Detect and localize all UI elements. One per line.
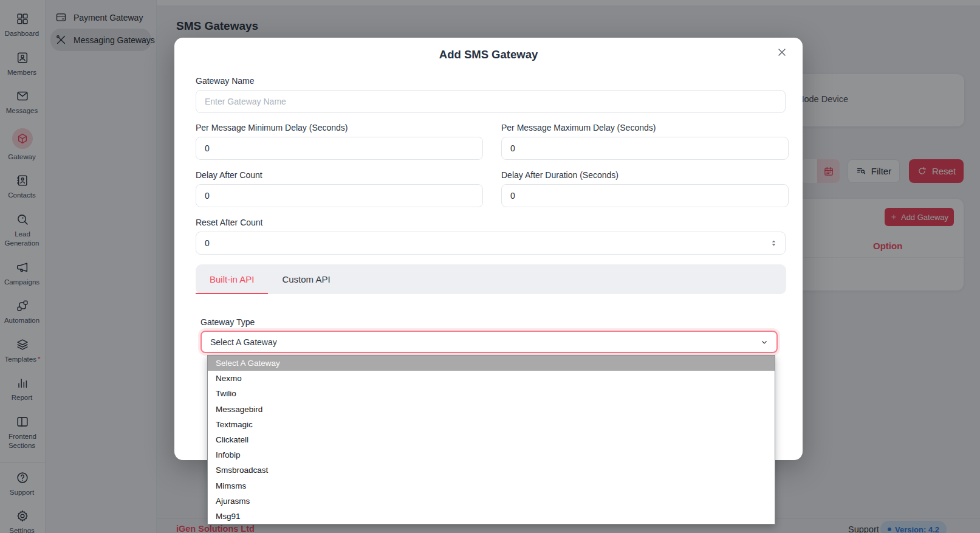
gateway-name-input[interactable] (196, 90, 786, 113)
select-option[interactable]: Msg91 (208, 509, 775, 524)
api-tabs: Built-in APICustom API (196, 264, 786, 294)
select-option[interactable]: Textmagic (208, 417, 775, 432)
delay-after-count-label: Delay After Count (196, 170, 262, 180)
gateway-type-label: Gateway Type (200, 317, 255, 327)
select-option[interactable]: Smsbroadcast (208, 463, 775, 478)
reset-after-count-label: Reset After Count (196, 218, 263, 227)
number-stepper-icon[interactable] (769, 238, 778, 249)
select-option[interactable]: Mimsms (208, 478, 775, 493)
max-delay-input[interactable] (501, 137, 789, 160)
api-tab[interactable]: Custom API (268, 264, 344, 294)
min-delay-input[interactable] (196, 137, 483, 160)
select-option[interactable]: Ajurasms (208, 493, 775, 509)
delay-after-count-input[interactable] (196, 184, 483, 207)
delay-after-duration-input[interactable] (501, 184, 789, 207)
api-tab[interactable]: Built-in API (196, 264, 268, 294)
chevron-down-icon (759, 337, 769, 347)
select-option[interactable]: Twilio (208, 386, 775, 401)
gateway-type-select[interactable]: Select A Gateway (200, 331, 778, 353)
min-delay-label: Per Message Minimum Delay (Seconds) (196, 123, 348, 132)
select-option[interactable]: Clickatell (208, 432, 775, 447)
modal-title: Add SMS Gateway (174, 48, 803, 61)
select-option[interactable]: Nexmo (208, 371, 775, 386)
gateway-type-listbox: Select A GatewayNexmoTwilioMessagebirdTe… (207, 355, 775, 524)
gateway-name-label: Gateway Name (196, 76, 254, 86)
select-option[interactable]: Infobip (208, 447, 775, 463)
delay-after-duration-label: Delay After Duration (Seconds) (501, 170, 618, 180)
select-option[interactable]: Select A Gateway (208, 356, 775, 371)
reset-after-count-input[interactable] (196, 232, 786, 255)
max-delay-label: Per Message Maximum Delay (Seconds) (501, 123, 656, 132)
select-option[interactable]: Messagebird (208, 402, 775, 417)
